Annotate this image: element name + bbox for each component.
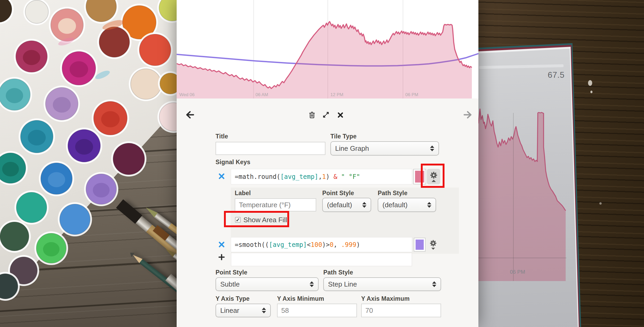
- signal-point-style-select[interactable]: (default): [322, 198, 371, 212]
- select-arrows-icon: [432, 281, 436, 287]
- paint-wells: [0, 0, 177, 327]
- signal-formula-input[interactable]: =smooth(([avg_temp]<100)>0, .999): [231, 237, 412, 252]
- signal-keys-label: Signal Keys: [216, 159, 251, 166]
- svg-text:06 PM: 06 PM: [510, 269, 525, 275]
- y-axis-type-label: Y Axis Type: [216, 295, 250, 302]
- background-tile-chart: 06 PM: [478, 100, 566, 281]
- select-arrows-icon: [262, 308, 266, 313]
- svg-text:06 AM: 06 AM: [255, 92, 268, 97]
- remove-signal-icon[interactable]: [218, 173, 225, 180]
- signal-point-style-label: Point Style: [322, 190, 354, 197]
- signal-label-label: Label: [235, 190, 251, 197]
- path-style-label: Path Style: [323, 269, 353, 276]
- svg-text:Wed 06: Wed 06: [179, 92, 195, 97]
- point-style-select[interactable]: Subtle: [216, 277, 319, 291]
- annotation-highlight-show-area-fill: [224, 211, 289, 227]
- annotation-highlight-gear: [421, 164, 444, 188]
- svg-text:06 PM: 06 PM: [405, 92, 418, 97]
- path-style-value: Step Line: [328, 280, 432, 288]
- tile-type-label: Tile Type: [330, 133, 356, 140]
- signal-path-style-value: (default): [382, 201, 427, 209]
- new-signal-input[interactable]: [231, 253, 412, 266]
- tile-type-value: Line Graph: [335, 144, 430, 153]
- signal-color-swatch[interactable]: [414, 238, 426, 252]
- trash-icon[interactable]: [308, 110, 316, 120]
- signal-label-input[interactable]: [235, 198, 316, 211]
- y-axis-maximum-input[interactable]: [361, 304, 441, 317]
- point-style-value: Subtle: [220, 280, 310, 288]
- close-icon[interactable]: [336, 111, 344, 119]
- select-arrows-icon: [427, 202, 431, 208]
- point-style-label: Point Style: [216, 269, 247, 276]
- tile-type-select[interactable]: Line Graph: [330, 141, 439, 155]
- y-axis-maximum-label: Y Axis Maximum: [361, 295, 410, 302]
- signal-formula-input[interactable]: =math.round([avg_temp],1) & " °F": [231, 169, 412, 184]
- title-label: Title: [216, 133, 228, 140]
- screenshot-stage: 67.5 06 PM Wed 0606 AM12 PM06 PM: [0, 0, 644, 327]
- expand-icon[interactable]: [322, 111, 330, 119]
- svg-text:12 PM: 12 PM: [330, 92, 343, 97]
- select-arrows-icon: [362, 202, 366, 208]
- background-photo-desk-dashboard: 67.5 06 PM: [478, 0, 644, 327]
- tile-current-value: 67.5: [525, 70, 565, 80]
- expand-arrow-icon: [431, 248, 435, 250]
- y-axis-type-select[interactable]: Linear: [216, 304, 271, 317]
- forward-arrow-icon[interactable]: [463, 110, 473, 120]
- select-arrows-icon: [430, 146, 434, 151]
- remove-signal-icon[interactable]: [218, 241, 225, 248]
- signal-path-style-select[interactable]: (default): [378, 198, 436, 212]
- y-axis-type-value: Linear: [220, 307, 262, 315]
- gear-icon: [430, 240, 437, 247]
- title-input[interactable]: [216, 142, 325, 155]
- signal-settings-gear-button[interactable]: [430, 240, 437, 250]
- signal-point-style-value: (default): [327, 201, 362, 209]
- y-axis-minimum-label: Y Axis Minimum: [277, 295, 324, 302]
- tile-chart-preview: Wed 0606 AM12 PM06 PM: [177, 0, 478, 98]
- back-arrow-icon[interactable]: [185, 110, 195, 120]
- y-axis-minimum-input[interactable]: [277, 304, 357, 317]
- signal-path-style-label: Path Style: [378, 190, 407, 197]
- select-arrows-icon: [310, 281, 314, 287]
- background-photo-paint-palette: [0, 0, 177, 327]
- add-signal-icon[interactable]: [218, 254, 225, 261]
- path-style-select[interactable]: Step Line: [323, 277, 441, 291]
